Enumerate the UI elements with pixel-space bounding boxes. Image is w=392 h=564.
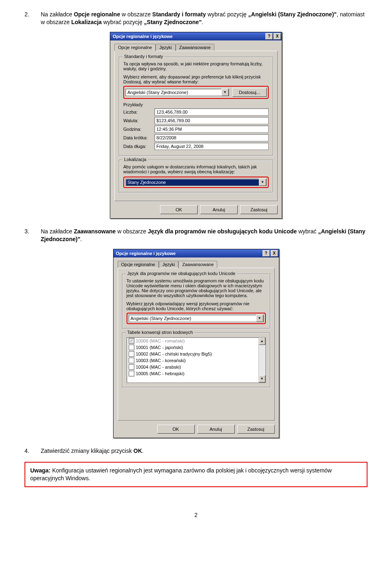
codepage-label: 10002 (MAC - chiński tradycyjny Big5) (136, 351, 212, 356)
number-value: 123,456,789.00 (154, 108, 269, 116)
list-item[interactable]: 10001 (MAC - japoński) (127, 344, 265, 351)
titlebar: Opcje regionalne i językowe ? X (114, 249, 279, 257)
tab-panel: Standardy i formaty Ta opcja wpływa na s… (114, 51, 278, 201)
scroll-down-icon[interactable]: ▼ (259, 375, 265, 383)
tab-regional-options[interactable]: Opcje regionalne (114, 44, 156, 51)
examples-label: Przykłady (123, 102, 269, 107)
step3-text: Na zakładce Zaawansowane w obszarze Języ… (41, 228, 368, 243)
tab-panel: Język dla programów nie obsługujących ko… (118, 268, 275, 421)
longdate-value: Friday, August 22, 2008 (154, 143, 269, 150)
desc2: Wybierz element, aby dopasować jego pref… (123, 74, 269, 84)
checkbox-icon[interactable] (129, 351, 134, 357)
select-value: Stany Zjednoczone (127, 180, 166, 185)
checkbox-icon[interactable] (129, 345, 134, 350)
checkbox-icon: ✓ (129, 338, 134, 344)
location-group: Lokalizacja Aby pomóc usługom w dostarcz… (119, 160, 273, 192)
tabs: Opcje regionalne Języki Zaawansowane (114, 44, 278, 51)
desc1: Ta opcja wpływa na sposób, w jaki niektó… (123, 61, 269, 71)
codepage-label: 10003 (MAC - koreański) (136, 358, 186, 363)
chevron-down-icon: ▼ (259, 179, 266, 186)
codepage-label: 10000 (MAC - romański) (136, 338, 185, 343)
num: 3. (24, 228, 29, 243)
standards-formats-group: Standardy i formaty Ta opcja wpływa na s… (119, 57, 273, 156)
language-select[interactable]: Angielski (Stany Zjednoczone) ▼ (129, 315, 264, 322)
ok-button[interactable]: OK (157, 425, 195, 434)
list-item[interactable]: 10003 (MAC - koreański) (127, 357, 265, 364)
step4-text: Zatwierdzić zmiany klikając przycisk OK. (41, 447, 144, 455)
list-item: ✓10000 (MAC - romański) (127, 338, 265, 344)
num: 2. (24, 11, 29, 26)
help-button[interactable]: ? (265, 33, 273, 40)
lbl: Data długa: (123, 144, 152, 149)
checkbox-icon[interactable] (129, 364, 134, 370)
highlight-box: Angielski (Stany Zjednoczone) ▼ (127, 313, 266, 324)
tabs: Opcje regionalne Języki Zaawansowane (118, 261, 275, 268)
close-button[interactable]: X (271, 250, 278, 257)
location-select[interactable]: Stany Zjednoczone ▼ (125, 179, 267, 186)
format-select[interactable]: Angielski (Stany Zjednoczone) ▼ (125, 89, 229, 96)
codepage-tables-group: Tabele konwersji stron kodowych ✓10000 (… (122, 333, 270, 387)
highlight-box: Stany Zjednoczone ▼ (123, 177, 269, 188)
legend: Lokalizacja (122, 157, 148, 162)
tab-advanced[interactable]: Zaawansowane (176, 44, 214, 51)
checkbox-icon[interactable] (129, 358, 134, 363)
step2-text: Na zakładce Opcje regionalne w obszarze … (41, 11, 368, 26)
warning-note: Uwaga: Konfiguracja ustawień regionalnyc… (24, 462, 368, 487)
codepage-checklist[interactable]: ✓10000 (MAC - romański)10001 (MAC - japo… (127, 337, 266, 383)
customize-button[interactable]: Dostosuj... (232, 88, 267, 97)
tab-regional-options[interactable]: Opcje regionalne (118, 261, 159, 268)
codepage-label: 10004 (MAC - arabski) (136, 365, 181, 369)
shortdate-value: 8/22/2008 (154, 134, 269, 141)
titlebar: Opcje regionalne i językowe ? X (110, 32, 282, 40)
list-item[interactable]: 10004 (MAC - arabski) (127, 364, 265, 370)
page-number: 2 (24, 512, 368, 518)
scroll-up-icon[interactable]: ▲ (259, 338, 265, 345)
codepage-label: 10005 (MAC - hebrajski) (136, 371, 185, 376)
select-value: Angielski (Stany Zjednoczone) (127, 90, 188, 95)
apply-button[interactable]: Zastosuj (240, 205, 278, 214)
time-value: 12:45:36 PM (154, 125, 269, 133)
cancel-button[interactable]: Anuluj (197, 425, 235, 434)
highlight-box: Angielski (Stany Zjednoczone) ▼ Dostosuj… (123, 86, 269, 99)
help-button[interactable]: ? (263, 250, 270, 257)
scrollbar[interactable]: ▲ ▼ (258, 338, 265, 383)
chevron-down-icon: ▼ (221, 89, 229, 96)
tab-languages[interactable]: Języki (156, 44, 176, 51)
desc: Aby pomóc usługom w dostarczaniu informa… (123, 164, 269, 174)
step4-paragraph: 4. Zatwierdzić zmiany klikając przycisk … (24, 447, 368, 455)
legend: Język dla programów nie obsługujących ko… (126, 271, 237, 276)
lbl: Data krótka: (123, 135, 152, 140)
lbl: Liczba: (123, 110, 152, 114)
step3-paragraph: 3. Na zakładce Zaawansowane w obszarze J… (24, 228, 368, 243)
list-item[interactable]: 10005 (MAC - hebrajski) (127, 370, 265, 377)
codepage-label: 10001 (MAC - japoński) (136, 345, 183, 350)
close-button[interactable]: X (274, 33, 281, 40)
cancel-button[interactable]: Anuluj (200, 205, 238, 214)
desc2: Wybierz język odpowiadający wersji język… (127, 301, 266, 311)
tab-languages[interactable]: Języki (159, 261, 179, 268)
lbl: Waluta: (123, 118, 152, 123)
dialog-title: Opcje regionalne i językowe (113, 34, 173, 39)
currency-value: $123,456,789.00 (154, 117, 269, 124)
desc1: To ustawienie systemu umożliwia programo… (127, 278, 266, 298)
select-value: Angielski (Stany Zjednoczone) (131, 316, 192, 321)
ok-button[interactable]: OK (160, 205, 198, 214)
note-label: Uwaga: (30, 467, 51, 474)
checkbox-icon[interactable] (129, 371, 134, 376)
nonunicode-language-group: Język dla programów nie obsługujących ko… (122, 274, 270, 329)
lbl: Godzina: (123, 127, 152, 132)
legend: Standardy i formaty (122, 54, 165, 59)
list-item[interactable]: 10002 (MAC - chiński tradycyjny Big5) (127, 351, 265, 357)
regional-options-dialog-1: Opcje regionalne i językowe ? X Opcje re… (110, 32, 282, 219)
regional-options-dialog-2: Opcje regionalne i językowe ? X Opcje re… (113, 249, 279, 438)
chevron-down-icon: ▼ (256, 315, 263, 322)
num: 4. (24, 447, 29, 455)
legend: Tabele konwersji stron kodowych (126, 330, 195, 335)
step2-paragraph: 2. Na zakładce Opcje regionalne w obszar… (24, 11, 368, 26)
tab-advanced[interactable]: Zaawansowane (178, 261, 217, 268)
dialog-title: Opcje regionalne i językowe (116, 251, 176, 256)
note-text: Konfiguracja ustawień regionalnych jest … (30, 467, 332, 481)
apply-button[interactable]: Zastosuj (237, 425, 275, 434)
